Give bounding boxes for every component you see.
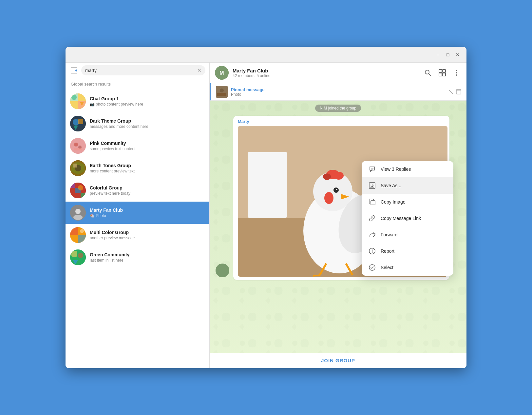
context-menu-item-copy-link[interactable]: Copy Message Link: [362, 210, 453, 227]
svg-point-10: [74, 143, 78, 147]
menu-icon[interactable]: [69, 66, 79, 75]
list-item[interactable]: Green Community last item in list here: [66, 246, 209, 268]
context-menu-label: Select: [381, 265, 393, 270]
right-panel: M Marty Fan Club 42 members, 5 online: [210, 63, 466, 368]
avatar: [70, 138, 86, 154]
svg-rect-26: [70, 227, 78, 235]
avatar: [70, 249, 86, 265]
svg-point-23: [75, 209, 81, 214]
chat-name: Pink Community: [90, 141, 205, 146]
chat-preview: messages and more content here: [90, 124, 205, 129]
list-item[interactable]: Colorful Group preview text here today: [66, 179, 209, 202]
close-button[interactable]: ✕: [453, 50, 463, 60]
chat-info: Chat Group 1 📷 photo content preview her…: [90, 96, 205, 107]
forward-icon: [368, 231, 376, 239]
chat-header-info: Marty Fan Club 42 members, 5 online: [233, 68, 419, 78]
svg-rect-7: [78, 119, 83, 124]
chat-header-avatar: M: [215, 66, 229, 80]
svg-point-43: [456, 72, 457, 73]
svg-rect-79: [371, 201, 375, 205]
chat-info: Green Community last item in list here: [90, 252, 205, 263]
maximize-button[interactable]: □: [443, 50, 453, 60]
svg-rect-40: [439, 73, 442, 76]
chat-preview: some preview text content: [90, 147, 205, 151]
chat-preview: 📷 photo content preview here: [90, 102, 205, 107]
chat-preview: more content preview text: [90, 169, 205, 173]
svg-point-21: [78, 185, 83, 190]
pinned-title: Pinned message: [231, 87, 445, 92]
context-menu-item-select[interactable]: Select: [362, 259, 453, 276]
svg-point-66: [333, 188, 339, 193]
layout-icon[interactable]: [438, 68, 447, 77]
app-window: − □ ✕ ✕ Global search results: [66, 47, 466, 368]
search-clear-icon[interactable]: ✕: [197, 67, 201, 73]
svg-rect-12: [74, 148, 82, 150]
context-menu-item-save-as[interactable]: Save As...: [362, 177, 453, 194]
svg-rect-38: [439, 69, 442, 72]
search-input[interactable]: [85, 68, 197, 73]
svg-rect-47: [217, 93, 226, 96]
avatar: [70, 160, 86, 176]
minimize-button[interactable]: −: [433, 50, 443, 60]
main-content: ✕ Global search results: [66, 63, 466, 368]
pinned-info: Pinned message Photo: [231, 87, 445, 97]
list-item[interactable]: Marty Fan Club 🐔 Photo: [66, 202, 209, 224]
context-menu-item-copy-image[interactable]: Copy Image: [362, 194, 453, 210]
list-item[interactable]: Multi Color Group another preview messag…: [66, 224, 209, 246]
list-item[interactable]: Earth Tones Group more content preview t…: [66, 157, 209, 179]
context-menu-item-report[interactable]: Report: [362, 243, 453, 259]
chat-preview: 🐔 Photo: [90, 213, 205, 218]
pinned-icons: [448, 89, 461, 94]
svg-point-44: [456, 74, 457, 76]
svg-rect-31: [71, 251, 77, 257]
list-item[interactable]: Dark Theme Group messages and more conte…: [66, 112, 209, 135]
svg-point-9: [70, 138, 86, 154]
context-menu-label: Report: [381, 248, 394, 254]
chat-name: Colorful Group: [90, 185, 205, 190]
section-label: Global search results: [66, 78, 209, 90]
chat-name: Marty Fan Club: [90, 208, 205, 213]
chat-info: Multi Color Group another preview messag…: [90, 230, 205, 240]
context-menu-label: Forward: [381, 232, 397, 237]
chat-name: Earth Tones Group: [90, 163, 205, 168]
search-icon[interactable]: [423, 68, 432, 77]
list-item[interactable]: Pink Community some preview text content: [66, 135, 209, 157]
link-icon: [368, 214, 376, 222]
search-bar: ✕: [66, 63, 209, 78]
left-panel: ✕ Global search results: [66, 63, 210, 368]
svg-line-73: [319, 275, 320, 276]
svg-rect-41: [443, 73, 446, 76]
context-menu-label: Copy Message Link: [381, 216, 421, 221]
context-menu-item-forward[interactable]: Forward: [362, 227, 453, 243]
select-icon: [368, 264, 376, 271]
more-options-icon[interactable]: [452, 68, 461, 77]
svg-point-63: [334, 172, 344, 180]
svg-point-42: [456, 70, 457, 71]
svg-rect-58: [248, 152, 287, 218]
titlebar: − □ ✕: [66, 47, 466, 63]
context-menu-label: View 3 Replies: [381, 167, 411, 172]
svg-point-83: [369, 265, 375, 270]
chat-header-icons: [423, 68, 461, 77]
svg-point-24: [73, 215, 83, 220]
avatar: [70, 205, 86, 221]
context-menu-label: Save As...: [381, 183, 401, 188]
svg-rect-27: [78, 235, 86, 243]
svg-point-46: [220, 89, 224, 92]
context-menu-item-view-replies[interactable]: View 3 Replies: [362, 161, 453, 177]
chat-info: Colorful Group preview text here today: [90, 185, 205, 196]
join-group-button[interactable]: JOIN GROUP: [321, 358, 355, 363]
list-item[interactable]: Chat Group 1 📷 photo content preview her…: [66, 90, 209, 112]
chat-name: Dark Theme Group: [90, 118, 205, 124]
avatar: [70, 183, 86, 198]
copy-icon: [368, 198, 376, 206]
report-icon: [368, 247, 376, 255]
pinned-bar[interactable]: Pinned message Photo: [210, 83, 466, 101]
chat-preview: last item in list here: [90, 258, 205, 263]
chat-info: Dark Theme Group messages and more conte…: [90, 118, 205, 129]
avatar: [70, 227, 86, 243]
svg-rect-20: [81, 193, 86, 198]
svg-rect-39: [443, 69, 446, 72]
svg-text:M: M: [219, 70, 224, 76]
chat-preview: another preview message: [90, 236, 205, 240]
